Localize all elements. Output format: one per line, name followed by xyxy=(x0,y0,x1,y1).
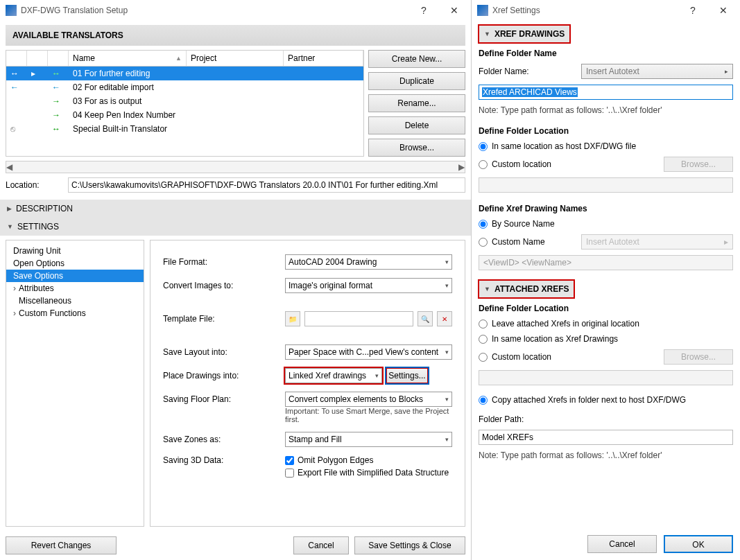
cancel-button[interactable]: Cancel xyxy=(587,535,657,553)
ok-button[interactable]: OK xyxy=(664,535,733,553)
nav-miscellaneous[interactable]: Miscellaneous xyxy=(6,295,144,307)
settings-nav: Drawing Unit Open Options Save Options A… xyxy=(6,240,144,527)
insert-autotext-disabled: Insert Autotext▸ xyxy=(581,234,733,250)
table-row[interactable]: ↔▸↔ 01 For further editing xyxy=(6,67,363,80)
convert-images-select[interactable]: Image's original format▾ xyxy=(285,278,452,293)
define-folder-location2-label: Define Folder Location xyxy=(479,304,733,313)
xref-drawings-header[interactable]: XREF DRAWINGS xyxy=(479,25,570,43)
saving-floor-label: Saving Floor Plan: xyxy=(163,394,281,404)
viewid-viewname-field: <ViewID> <ViewName> xyxy=(479,255,733,270)
save-layout-select[interactable]: Paper Space with C...ped View's content▾ xyxy=(285,344,452,360)
table-row[interactable]: → 04 Keep Pen Index Number xyxy=(6,108,363,122)
col-name[interactable]: Name xyxy=(73,53,95,63)
titlebar: Xref Settings ? ✕ xyxy=(472,0,740,21)
save-close-button[interactable]: Save Settings & Close xyxy=(354,536,465,554)
radio-leave-original[interactable]: Leave attached Xrefs in original locatio… xyxy=(479,319,733,329)
save-zones-label: Save Zones as: xyxy=(163,435,281,444)
nav-open-options[interactable]: Open Options xyxy=(6,257,144,270)
horizontal-scrollbar[interactable]: ◀▶ xyxy=(6,161,465,173)
radio-custom-location2[interactable]: Custom location xyxy=(479,352,658,362)
settings-section[interactable]: SETTINGS xyxy=(0,218,471,236)
translation-setup-dialog: DXF-DWG Translation Setup ? ✕ AVAILABLE … xyxy=(0,0,472,560)
nav-save-options[interactable]: Save Options xyxy=(6,270,144,282)
xref-settings-dialog: Xref Settings ? ✕ XREF DRAWINGS Define F… xyxy=(472,0,740,560)
folder-name-input[interactable]: Xrefed ARCHICAD Views xyxy=(479,85,733,100)
radio-same-host[interactable]: In same location as host DXF/DWG file xyxy=(479,141,733,151)
save-zones-select[interactable]: Stamp and Fill▾ xyxy=(285,432,452,447)
file-format-select[interactable]: AutoCAD 2004 Drawing▾ xyxy=(285,254,452,270)
omit-polygon-checkbox[interactable]: Omit Polygon Edges xyxy=(285,455,449,465)
path-note2: Note: Type path format as follows: '..\.… xyxy=(479,450,733,460)
close-button[interactable]: ✕ xyxy=(708,1,739,20)
sort-icon: ▲ xyxy=(175,55,182,62)
table-row[interactable]: → 03 For as is output xyxy=(6,94,363,108)
template-file-input[interactable] xyxy=(304,311,413,326)
translators-table[interactable]: Name▲ Project Partner ↔▸↔ 01 For further… xyxy=(6,50,364,157)
saving-floor-note: Important: To use Smart Merge, save the … xyxy=(285,407,452,423)
folder-name-label: Folder Name: xyxy=(479,67,576,76)
folder-icon[interactable]: 📁 xyxy=(285,311,300,326)
place-drawings-select[interactable]: Linked Xref drawings▾ xyxy=(285,368,382,383)
delete-button[interactable]: Delete xyxy=(368,116,465,134)
browse-button-disabled: Browse... xyxy=(664,157,733,172)
nav-custom-functions[interactable]: Custom Functions xyxy=(6,307,144,320)
table-row[interactable]: ←← 02 For editable import xyxy=(6,80,363,94)
app-icon xyxy=(477,5,488,16)
cancel-button[interactable]: Cancel xyxy=(293,536,349,554)
description-section[interactable]: DESCRIPTION xyxy=(0,200,471,218)
file-format-label: File Format: xyxy=(163,257,281,267)
location-label: Location: xyxy=(6,180,61,190)
simplified-checkbox[interactable]: Export File with Simplified Data Structu… xyxy=(285,468,449,478)
custom-location2-field-disabled xyxy=(479,370,733,385)
folder-path-label: Folder Path: xyxy=(479,414,733,424)
browse-button-disabled2: Browse... xyxy=(664,349,733,365)
search-icon[interactable]: 🔍 xyxy=(418,311,433,326)
radio-copy-next-host[interactable]: Copy attached Xrefs in folder next to ho… xyxy=(479,395,733,405)
place-drawings-label: Place Drawings into: xyxy=(163,371,281,380)
dialog-title: DXF-DWG Translation Setup xyxy=(21,6,408,15)
create-new-button[interactable]: Create New... xyxy=(368,50,465,68)
nav-drawing-unit[interactable]: Drawing Unit xyxy=(6,245,144,257)
convert-images-label: Convert Images to: xyxy=(163,281,281,290)
radio-same-as-xref[interactable]: In same location as Xref Drawings xyxy=(479,334,733,344)
saving-floor-select[interactable]: Convert complex elements to Blocks▾ xyxy=(285,392,452,407)
folder-path-input[interactable] xyxy=(479,430,733,445)
nav-attributes[interactable]: Attributes xyxy=(6,282,144,295)
define-folder-name-label: Define Folder Name xyxy=(479,49,733,58)
define-folder-location-label: Define Folder Location xyxy=(479,126,733,136)
dialog-title: Xref Settings xyxy=(492,6,678,15)
settings-button[interactable]: Settings... xyxy=(386,368,428,383)
table-header: Name▲ Project Partner xyxy=(6,51,363,67)
location-field[interactable] xyxy=(68,177,465,193)
app-icon xyxy=(6,5,17,16)
settings-panel: File Format: AutoCAD 2004 Drawing▾ Conve… xyxy=(150,240,465,527)
radio-custom-name[interactable]: Custom Name xyxy=(479,237,576,247)
radio-by-source[interactable]: By Source Name xyxy=(479,219,733,229)
rename-button[interactable]: Rename... xyxy=(368,94,465,112)
path-note: Note: Type path format as follows: '..\.… xyxy=(479,105,733,115)
revert-changes-button[interactable]: Revert Changes xyxy=(6,536,117,554)
attached-xrefs-header[interactable]: ATTACHED XREFS xyxy=(479,280,574,298)
saving-3d-label: Saving 3D Data: xyxy=(163,455,281,465)
col-project[interactable]: Project xyxy=(187,51,284,66)
close-button[interactable]: ✕ xyxy=(439,1,470,20)
define-xref-names-label: Define Xref Drawing Names xyxy=(479,204,733,213)
template-file-label: Template File: xyxy=(163,314,281,324)
save-layout-label: Save Layout into: xyxy=(163,347,281,357)
help-button[interactable]: ? xyxy=(408,1,439,20)
duplicate-button[interactable]: Duplicate xyxy=(368,72,465,90)
radio-custom-location[interactable]: Custom location xyxy=(479,159,658,169)
clear-icon[interactable]: ✕ xyxy=(437,311,452,326)
insert-autotext-dropdown[interactable]: Insert Autotext▸ xyxy=(581,64,733,79)
titlebar: DXF-DWG Translation Setup ? ✕ xyxy=(0,0,471,21)
help-button[interactable]: ? xyxy=(678,1,708,20)
available-translators-header: AVAILABLE TRANSLATORS xyxy=(6,25,465,46)
custom-location-field-disabled xyxy=(479,177,733,193)
table-row[interactable]: ⎋↔ Special Built-in Translator xyxy=(6,122,363,136)
browse-button[interactable]: Browse... xyxy=(368,139,465,157)
col-partner[interactable]: Partner xyxy=(284,51,363,66)
